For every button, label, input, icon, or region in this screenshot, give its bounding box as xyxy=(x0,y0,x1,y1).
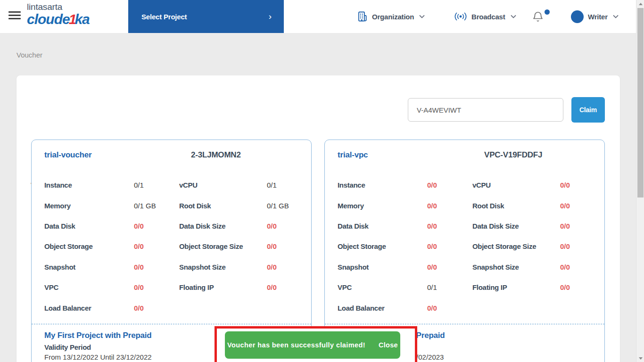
quota-value: 0/0 xyxy=(267,263,298,271)
dashed-divider xyxy=(325,324,604,324)
bell-icon xyxy=(532,10,544,23)
voucher-quota-row: Snapshot 0/0 Snapshot Size 0/0 xyxy=(338,257,591,277)
scrollbar-thumb[interactable] xyxy=(637,8,644,197)
quota-value: 0/0 xyxy=(134,304,179,312)
quota-label: vCPU xyxy=(472,181,560,189)
quota-value: 0/0 xyxy=(560,283,591,291)
voucher-quota-row: Load Balancer 0/0 xyxy=(338,297,591,318)
voucher-quota-row: Memory 0/1 GB Root Disk 0/1 GB xyxy=(44,195,298,215)
toast-close-button[interactable]: Close xyxy=(379,341,398,349)
quota-value: 0/0 xyxy=(427,242,472,250)
quota-value: 0/0 xyxy=(560,263,591,271)
broadcast-label: Broadcast xyxy=(471,13,505,21)
claim-button[interactable]: Claim xyxy=(571,97,605,123)
annotation-highlight-box: Voucher has been successfully claimed! C… xyxy=(215,326,417,362)
voucher-quota-row: VPC 0/1 Floating IP 0/0 xyxy=(338,277,591,297)
voucher-name-link[interactable]: trial-voucher xyxy=(44,150,91,159)
quota-label: Floating IP xyxy=(179,283,267,291)
quota-label: Data Disk xyxy=(338,222,427,230)
quota-label: Data Disk Size xyxy=(472,222,560,230)
quota-value: 0/0 xyxy=(427,263,472,271)
quota-label: Object Storage xyxy=(44,242,134,250)
quota-value: 0/1 xyxy=(134,181,179,189)
organization-menu[interactable]: Organization xyxy=(357,0,425,33)
quota-value: 0/1 xyxy=(427,283,472,291)
chevron-down-icon xyxy=(613,15,619,18)
quota-label: Memory xyxy=(44,202,134,210)
organization-building-icon xyxy=(357,11,368,22)
quota-label: Load Balancer xyxy=(338,304,427,312)
voucher-quota-row: Instance 0/1 vCPU 0/1 xyxy=(44,175,298,195)
notifications-button[interactable] xyxy=(532,0,551,33)
voucher-code: 2-3LJMOMN2 xyxy=(191,150,241,160)
organization-label: Organization xyxy=(372,13,414,21)
quota-value: 0/0 xyxy=(427,181,472,189)
broadcast-menu[interactable]: Broadcast xyxy=(454,0,516,33)
voucher-quota-list: Instance 0/1 vCPU 0/1 Memory 0/1 GB Root… xyxy=(44,175,298,318)
vertical-scrollbar xyxy=(636,0,644,362)
quota-label: Floating IP xyxy=(472,283,560,291)
quota-label: Snapshot Size xyxy=(472,263,560,271)
user-name-label: Writer xyxy=(588,13,608,21)
voucher-quota-row: Snapshot 0/0 Snapshot Size 0/0 xyxy=(44,257,298,277)
quota-label: vCPU xyxy=(179,181,267,189)
cloudeka-logo: lintasarta cloude1ka xyxy=(27,2,90,26)
quota-value: 0/0 xyxy=(560,242,591,250)
quota-value: 0/0 xyxy=(134,242,179,250)
select-project-button[interactable]: Select Project › xyxy=(128,0,284,33)
select-project-label: Select Project xyxy=(141,13,187,21)
quota-label: VPC xyxy=(44,283,134,291)
quota-value: 0/0 xyxy=(427,222,472,230)
chevron-down-icon xyxy=(511,15,516,18)
voucher-quota-row: Instance 0/0 vCPU 0/0 xyxy=(338,175,591,195)
quota-value: 0/0 xyxy=(427,304,472,312)
chevron-right-icon: › xyxy=(269,11,272,22)
quota-label: Snapshot xyxy=(44,263,134,271)
quota-value: 0/0 xyxy=(267,222,298,230)
quota-label: Data Disk Size xyxy=(179,222,267,230)
quota-value: 0/0 xyxy=(134,222,179,230)
dashed-divider xyxy=(32,324,311,324)
quota-value: 0/1 xyxy=(267,181,298,189)
quota-value: 0/0 xyxy=(427,202,472,210)
voucher-quota-list: Instance 0/0 vCPU 0/0 Memory 0/0 Root Di… xyxy=(338,175,591,318)
quota-value: 0/0 xyxy=(560,202,591,210)
voucher-quota-row: VPC 0/0 Floating IP 0/0 xyxy=(44,277,298,297)
chevron-down-icon xyxy=(419,15,425,18)
voucher-name-link[interactable]: trial-vpc xyxy=(338,150,368,159)
quota-label: Object Storage Size xyxy=(472,242,560,250)
toast-message: Voucher has been successfully claimed! xyxy=(227,341,365,349)
voucher-quota-row: Object Storage 0/0 Object Storage Size 0… xyxy=(338,236,591,256)
quota-label: Memory xyxy=(338,202,427,210)
quota-value: 0/0 xyxy=(560,181,591,189)
quota-label: Root Disk xyxy=(179,202,267,210)
broadcast-icon xyxy=(454,11,467,22)
quota-label: Data Disk xyxy=(44,222,134,230)
quota-label: Snapshot xyxy=(338,263,427,271)
quota-value: 0/1 GB xyxy=(267,202,298,210)
voucher-quota-row: Object Storage 0/0 Object Storage Size 0… xyxy=(44,236,298,256)
quota-value: 0/0 xyxy=(560,222,591,230)
quota-value: 0/0 xyxy=(267,242,298,250)
quota-label: Snapshot Size xyxy=(179,263,267,271)
voucher-code: VPC-V19FDDFJ xyxy=(484,150,542,160)
quota-value: 0/0 xyxy=(267,283,298,291)
quota-label: Instance xyxy=(44,181,134,189)
user-menu[interactable]: Writer xyxy=(571,0,619,33)
quota-value: 0/0 xyxy=(134,263,179,271)
voucher-quota-row: Data Disk 0/0 Data Disk Size 0/0 xyxy=(338,216,591,236)
quota-value: 0/0 xyxy=(134,283,179,291)
scroll-down-arrow[interactable] xyxy=(636,354,644,362)
success-toast: Voucher has been successfully claimed! C… xyxy=(225,331,400,359)
avatar xyxy=(571,10,584,23)
voucher-quota-row: Memory 0/0 Root Disk 0/0 xyxy=(338,195,591,215)
vouchers-panel: Vouchers Claim trial-voucher 2-3LJMOMN2 … xyxy=(17,75,620,362)
quota-label: Load Balancer xyxy=(44,304,134,312)
voucher-quota-row: Load Balancer 0/0 xyxy=(44,297,298,318)
quota-label: VPC xyxy=(338,283,427,291)
scroll-up-arrow[interactable] xyxy=(636,0,644,8)
voucher-code-input[interactable] xyxy=(408,98,563,122)
hamburger-menu-icon[interactable] xyxy=(8,11,21,22)
quota-label: Object Storage xyxy=(338,242,427,250)
brand-lintasarta: lintasarta xyxy=(27,2,90,11)
